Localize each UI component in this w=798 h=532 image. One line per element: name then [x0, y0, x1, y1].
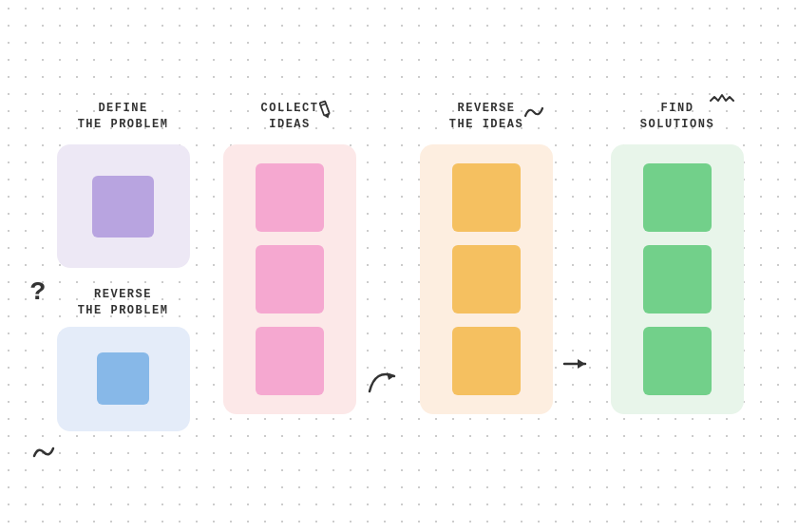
column-4: FIND SOLUTIONS: [604, 101, 751, 414]
collect-ideas-label: COLLECT IDEAS: [261, 101, 319, 133]
reverse-ideas-card: [420, 144, 553, 414]
green-square-1: [643, 163, 712, 232]
green-square-3: [643, 327, 712, 395]
svg-line-2: [321, 104, 327, 106]
find-solutions-label: FIND SOLUTIONS: [640, 101, 714, 133]
arrow-col2-to-col3: [366, 359, 402, 431]
pink-square-3: [256, 327, 324, 395]
orange-square-2: [452, 245, 521, 314]
reverse-problem-label: REVERSE THE PROBLEM: [78, 287, 169, 319]
reverse-ideas-label: REVERSE THE IDEAS: [449, 101, 523, 133]
define-problem-label: DEFINE THE PROBLEM: [78, 101, 169, 133]
column-3: REVERSE THE IDEAS: [413, 101, 560, 414]
svg-rect-0: [320, 102, 330, 116]
define-problem-card: [57, 144, 190, 268]
find-solutions-card: [611, 144, 744, 414]
arrow-col3-to-col4: [562, 353, 593, 431]
wavy-icon: [523, 103, 544, 120]
pink-square-1: [256, 163, 324, 232]
svg-marker-3: [387, 372, 394, 380]
reverse-problem-card: [57, 327, 190, 431]
starburst-icon: [709, 93, 735, 112]
collect-ideas-card: [223, 144, 356, 414]
pink-square-2: [256, 245, 324, 314]
blue-square: [97, 352, 149, 405]
pencil-icon: [314, 99, 335, 120]
svg-marker-5: [578, 359, 585, 369]
squiggle-icon: [30, 441, 57, 460]
orange-square-3: [452, 327, 521, 395]
orange-square-1: [452, 163, 521, 232]
green-square-2: [643, 245, 712, 314]
purple-square: [92, 176, 154, 238]
main-container: DEFINE THE PROBLEM ? REVERSE THE PROBLEM…: [19, 82, 780, 449]
question-mark-icon: ?: [30, 277, 47, 307]
column-1: DEFINE THE PROBLEM ? REVERSE THE PROBLEM: [48, 101, 200, 430]
column-2: COLLECT IDEAS: [217, 101, 364, 414]
